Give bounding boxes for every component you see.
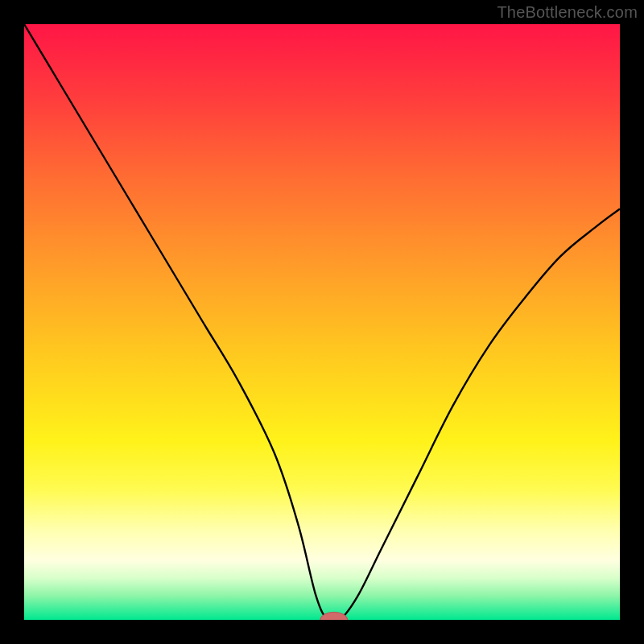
gradient-background <box>24 24 620 620</box>
watermark-text: TheBottleneck.com <box>497 3 638 22</box>
chart-frame: TheBottleneck.com <box>0 0 644 644</box>
bottleneck-chart <box>24 24 620 620</box>
chart-svg <box>24 24 620 620</box>
